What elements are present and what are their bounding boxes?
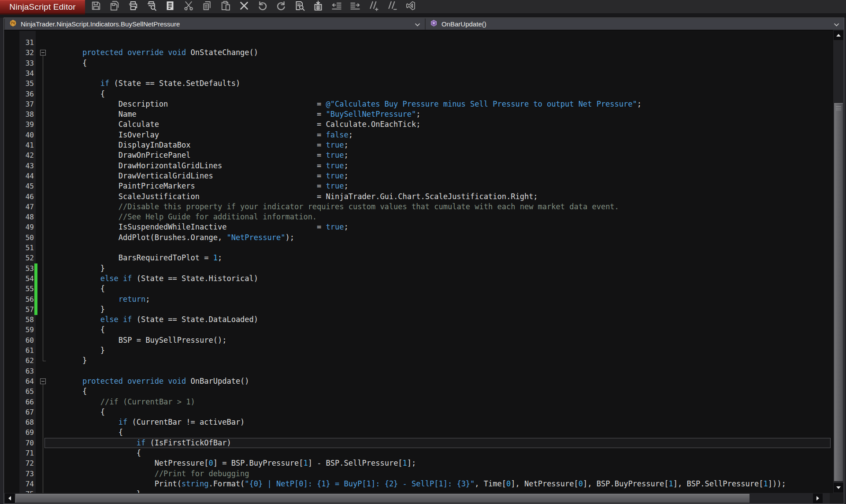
code-line[interactable]: return; [45,294,833,304]
uncomment-selection-icon [387,0,397,13]
code-token: , Time[ [475,479,506,488]
outdent-button[interactable] [331,1,342,12]
code-token: 0 [208,459,213,467]
vertical-scrollbar-thumb[interactable] [834,103,843,481]
code-line[interactable]: { [45,325,833,335]
code-line[interactable]: AddPlot(Brushes.Orange, "NetPressure"); [45,233,833,243]
code-token: ; [344,171,349,180]
code-line[interactable]: if (State == State.SetDefaults) [45,78,833,89]
code-line[interactable] [45,68,833,78]
code-line[interactable]: BarsRequiredToPlot = 1; [45,253,833,263]
print-preview-button[interactable] [146,1,157,12]
paste-button[interactable] [220,1,231,12]
comment-button[interactable] [368,1,379,12]
scroll-down-button[interactable] [834,483,843,493]
code-line[interactable]: ScaleJustification = NinjaTrader.Gui.Cha… [45,192,833,202]
code-line[interactable]: { [45,58,833,68]
code-line[interactable]: //Disable this property if your indicato… [45,202,833,212]
code-line[interactable]: } [45,356,833,366]
code-line[interactable]: //See Help Guide for additional informat… [45,212,833,222]
horizontal-scrollbar-thumb[interactable] [15,494,750,503]
code-line[interactable]: NetPressure[0] = BSP.BuyPressure[1] - BS… [45,458,833,468]
save-button[interactable] [90,1,102,12]
code-line[interactable]: if (CurrentBar != activeBar) [45,417,833,427]
code-line[interactable]: //if (CurrentBar > 1) [45,397,833,407]
code-line-current[interactable]: if (IsFirstTickOfBar) [45,438,831,448]
code-line[interactable]: DrawOnPricePanel = true; [45,150,833,160]
code-line[interactable]: Name = "BuySellNetPressure"; [45,109,833,119]
line-number: 42 [19,150,34,160]
properties-button[interactable] [164,1,176,12]
code-line[interactable]: Description = @"Calculates Buy Pressure … [45,99,833,109]
code-editor-surface[interactable]: 3132 protected override void OnStateChan… [4,30,833,494]
code-token: ])); [768,479,786,488]
code-line[interactable]: Print(string.Format("{0} | NetP[0]: {1} … [45,479,833,489]
code-line[interactable] [45,366,833,376]
code-line[interactable]: Calculate = Calculate.OnEachTick; [45,119,833,130]
fold-collapse-button[interactable] [40,50,46,56]
cut-button[interactable] [183,1,194,12]
code-line[interactable]: { [45,427,833,437]
code-line[interactable]: IsOverlay = false; [45,130,833,140]
save-all-button[interactable] [109,1,120,12]
code-line[interactable]: { [45,386,833,397]
line-number: 69 [19,427,34,437]
code-token: ], BSP.BuyPressure[ [583,479,668,488]
code-line[interactable]: { [45,284,833,294]
code-line[interactable]: } [45,304,833,315]
vertical-scrollbar[interactable] [833,30,844,494]
code-line[interactable]: } [45,263,833,274]
code-line[interactable]: PaintPriceMarkers = true; [45,181,833,191]
code-token: return [119,295,145,304]
scroll-left-button[interactable] [5,493,15,503]
code-line[interactable]: protected override void OnBarUpdate() [45,376,833,386]
horizontal-scrollbar[interactable] [4,493,831,504]
fold-collapse-button[interactable] [40,378,46,384]
code-line[interactable]: IsSuspendedWhileInactive = true; [45,222,833,232]
redo-button[interactable] [275,1,287,12]
member-dropdown-value: OnBarUpdate() [442,20,486,28]
undo-icon [257,0,268,13]
code-token: { [46,448,141,457]
change-bar [34,304,37,315]
scroll-up-button[interactable] [834,30,843,40]
code-line[interactable]: DrawVerticalGridLines = true; [45,171,833,181]
code-line[interactable]: } [45,345,833,356]
code-line[interactable]: //Print for debugging [45,469,833,479]
code-line[interactable]: BSP = BuySellPressure(); [45,335,833,345]
code-line[interactable]: { [45,448,833,458]
thumb-grip [836,110,841,110]
code-line[interactable]: { [45,407,833,417]
code-line[interactable]: else if (State == State.Historical) [45,274,833,284]
scroll-right-button[interactable] [813,493,823,503]
line-number: 38 [19,109,34,119]
class-dropdown[interactable]: NinjaTrader.NinjaScript.Indicators.BuySe… [5,19,425,30]
indent-button[interactable] [349,1,361,12]
line-number: 66 [19,397,34,407]
code-line[interactable] [45,243,833,253]
member-dropdown[interactable]: OnBarUpdate() [426,19,844,30]
find-button[interactable] [294,1,305,12]
compile-button[interactable] [312,1,324,12]
copy-button[interactable] [201,1,213,12]
code-token: "NetPressure" [226,233,285,242]
line-number: 46 [19,192,34,202]
line-number: 71 [19,448,34,458]
code-token: protected override void [82,48,186,57]
code-line[interactable]: { [45,89,833,99]
editor-pane: NinjaTrader.NinjaScript.Indicators.BuySe… [4,18,844,504]
code-line[interactable]: else if (State == State.DataLoaded) [45,315,833,325]
line-number: 59 [19,325,34,335]
save-icon [91,0,101,13]
code-line[interactable]: DrawHorizontalGridLines = true; [45,161,833,171]
code-line[interactable]: protected override void OnStateChange() [45,48,833,58]
code-line[interactable] [45,37,833,48]
undo-button[interactable] [257,1,268,12]
code-line[interactable]: DisplayInDataBox = true; [45,140,833,150]
code-token: Calculate = Calculate.OnEachTick; [46,120,421,129]
print-button[interactable] [127,1,139,12]
editor-title-tab[interactable]: NinjaScript Editor [0,0,85,13]
visual-studio-button[interactable] [405,1,416,12]
delete-button[interactable] [238,1,250,12]
uncomment-button[interactable] [386,1,398,12]
